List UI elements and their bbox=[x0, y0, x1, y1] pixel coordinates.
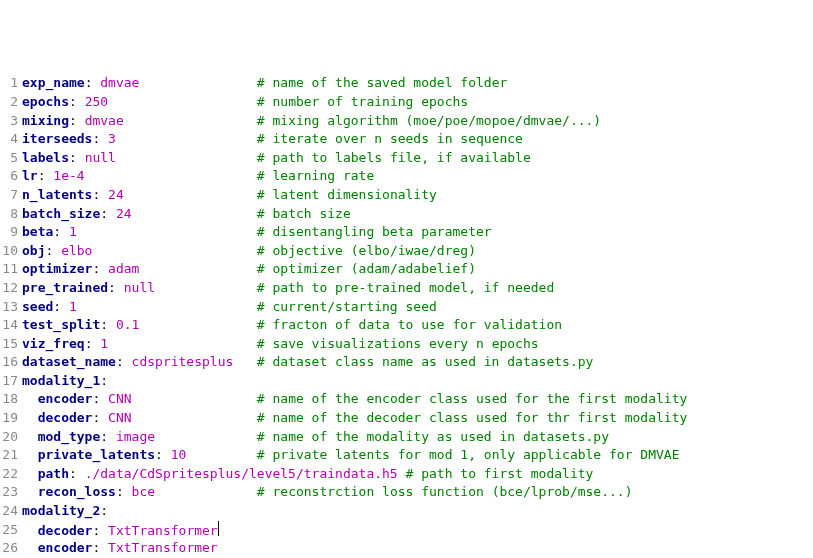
code-line[interactable]: 12pre_trained: null # path to pre-traine… bbox=[0, 279, 813, 298]
yaml-value: TxtTransformer bbox=[108, 523, 218, 538]
yaml-key: batch_size bbox=[22, 206, 100, 221]
yaml-value: 24 bbox=[108, 187, 124, 202]
line-number: 11 bbox=[0, 260, 22, 279]
code-line[interactable]: 15viz_freq: 1 # save visualizations ever… bbox=[0, 335, 813, 354]
line-content[interactable]: pre_trained: null # path to pre-trained … bbox=[22, 279, 813, 298]
yaml-comment: # optimizer (adam/adabelief) bbox=[257, 261, 476, 276]
yaml-value: 3 bbox=[108, 131, 116, 146]
line-content[interactable]: n_latents: 24 # latent dimensionality bbox=[22, 186, 813, 205]
code-line[interactable]: 25 decoder: TxtTransformer bbox=[0, 521, 813, 540]
code-line[interactable]: 22 path: ./data/CdSpritesplus/level5/tra… bbox=[0, 465, 813, 484]
line-number: 16 bbox=[0, 353, 22, 372]
yaml-comment: # batch size bbox=[257, 206, 351, 221]
code-line[interactable]: 20 mod_type: image # name of the modalit… bbox=[0, 428, 813, 447]
line-content[interactable]: dataset_name: cdspritesplus # dataset cl… bbox=[22, 353, 813, 372]
line-number: 17 bbox=[0, 372, 22, 391]
code-line[interactable]: 23 recon_loss: bce # reconstrction loss … bbox=[0, 483, 813, 502]
yaml-comment: # path to labels file, if available bbox=[257, 150, 531, 165]
line-content[interactable]: epochs: 250 # number of training epochs bbox=[22, 93, 813, 112]
yaml-comment: # mixing algorithm (moe/poe/mopoe/dmvae/… bbox=[257, 113, 601, 128]
yaml-value: elbo bbox=[61, 243, 92, 258]
code-line[interactable]: 13seed: 1 # current/starting seed bbox=[0, 298, 813, 317]
line-content[interactable]: beta: 1 # disentangling beta parameter bbox=[22, 223, 813, 242]
line-content[interactable]: modality_1: bbox=[22, 372, 813, 391]
line-content[interactable]: lr: 1e-4 # learning rate bbox=[22, 167, 813, 186]
yaml-value: 0.1 bbox=[116, 317, 139, 332]
code-line[interactable]: 3mixing: dmvae # mixing algorithm (moe/p… bbox=[0, 112, 813, 131]
code-line[interactable]: 9beta: 1 # disentangling beta parameter bbox=[0, 223, 813, 242]
line-content[interactable]: mixing: dmvae # mixing algorithm (moe/po… bbox=[22, 112, 813, 131]
line-content[interactable]: batch_size: 24 # batch size bbox=[22, 205, 813, 224]
code-line[interactable]: 6lr: 1e-4 # learning rate bbox=[0, 167, 813, 186]
code-line[interactable]: 21 private_latents: 10 # private latents… bbox=[0, 446, 813, 465]
yaml-key: mixing bbox=[22, 113, 69, 128]
code-line[interactable]: 26 encoder: TxtTransformer bbox=[0, 539, 813, 558]
yaml-comment: # disentangling beta parameter bbox=[257, 224, 492, 239]
line-number: 12 bbox=[0, 279, 22, 298]
line-content[interactable]: seed: 1 # current/starting seed bbox=[22, 298, 813, 317]
line-content[interactable]: test_split: 0.1 # fracton of data to use… bbox=[22, 316, 813, 335]
yaml-key: n_latents bbox=[22, 187, 92, 202]
line-content[interactable]: private_latents: 10 # private latents fo… bbox=[22, 446, 813, 465]
code-line[interactable]: 16dataset_name: cdspritesplus # dataset … bbox=[0, 353, 813, 372]
yaml-key: exp_name bbox=[22, 75, 85, 90]
line-number: 9 bbox=[0, 223, 22, 242]
yaml-value: TxtTransformer bbox=[108, 540, 218, 555]
code-line[interactable]: 18 encoder: CNN # name of the encoder cl… bbox=[0, 390, 813, 409]
yaml-value: 1 bbox=[69, 224, 77, 239]
code-editor[interactable]: 1exp_name: dmvae # name of the saved mod… bbox=[0, 74, 813, 558]
code-line[interactable]: 17modality_1: bbox=[0, 372, 813, 391]
line-number: 3 bbox=[0, 112, 22, 131]
line-content[interactable]: decoder: TxtTransformer bbox=[22, 521, 813, 540]
line-content[interactable]: iterseeds: 3 # iterate over n seeds in s… bbox=[22, 130, 813, 149]
yaml-comment: # name of the modality as used in datase… bbox=[257, 429, 609, 444]
line-content[interactable]: optimizer: adam # optimizer (adam/adabel… bbox=[22, 260, 813, 279]
yaml-key: iterseeds bbox=[22, 131, 92, 146]
line-content[interactable]: mod_type: image # name of the modality a… bbox=[22, 428, 813, 447]
code-line[interactable]: 24modality_2: bbox=[0, 502, 813, 521]
code-line[interactable]: 8batch_size: 24 # batch size bbox=[0, 205, 813, 224]
yaml-value: 10 bbox=[171, 447, 187, 462]
yaml-value: dmvae bbox=[100, 75, 139, 90]
line-content[interactable]: decoder: CNN # name of the decoder class… bbox=[22, 409, 813, 428]
code-line[interactable]: 5labels: null # path to labels file, if … bbox=[0, 149, 813, 168]
yaml-key: test_split bbox=[22, 317, 100, 332]
yaml-comment: # fracton of data to use for validation bbox=[257, 317, 562, 332]
yaml-key: labels bbox=[22, 150, 69, 165]
yaml-comment: # save visualizations every n epochs bbox=[257, 336, 539, 351]
yaml-comment: # path to pre-trained model, if needed bbox=[257, 280, 554, 295]
line-content[interactable]: labels: null # path to labels file, if a… bbox=[22, 149, 813, 168]
yaml-key: recon_loss bbox=[38, 484, 116, 499]
yaml-value: cdspritesplus bbox=[132, 354, 234, 369]
code-line[interactable]: 7n_latents: 24 # latent dimensionality bbox=[0, 186, 813, 205]
line-content[interactable]: encoder: TxtTransformer bbox=[22, 539, 813, 558]
code-line[interactable]: 4iterseeds: 3 # iterate over n seeds in … bbox=[0, 130, 813, 149]
code-line[interactable]: 1exp_name: dmvae # name of the saved mod… bbox=[0, 74, 813, 93]
yaml-value: ./data/CdSpritesplus/level5/traindata.h5 bbox=[85, 466, 398, 481]
line-content[interactable]: path: ./data/CdSpritesplus/level5/traind… bbox=[22, 465, 813, 484]
yaml-comment: # iterate over n seeds in sequence bbox=[257, 131, 523, 146]
line-number: 15 bbox=[0, 335, 22, 354]
yaml-comment: # dataset class name as used in datasets… bbox=[257, 354, 594, 369]
code-line[interactable]: 10obj: elbo # objective (elbo/iwae/dreg) bbox=[0, 242, 813, 261]
yaml-key: epochs bbox=[22, 94, 69, 109]
yaml-comment: # number of training epochs bbox=[257, 94, 468, 109]
code-line[interactable]: 19 decoder: CNN # name of the decoder cl… bbox=[0, 409, 813, 428]
code-line[interactable]: 2epochs: 250 # number of training epochs bbox=[0, 93, 813, 112]
line-number: 5 bbox=[0, 149, 22, 168]
yaml-value: null bbox=[85, 150, 116, 165]
line-content[interactable]: viz_freq: 1 # save visualizations every … bbox=[22, 335, 813, 354]
line-number: 7 bbox=[0, 186, 22, 205]
code-line[interactable]: 11optimizer: adam # optimizer (adam/adab… bbox=[0, 260, 813, 279]
line-number: 14 bbox=[0, 316, 22, 335]
line-content[interactable]: modality_2: bbox=[22, 502, 813, 521]
yaml-key: encoder bbox=[38, 391, 93, 406]
line-content[interactable]: exp_name: dmvae # name of the saved mode… bbox=[22, 74, 813, 93]
yaml-comment: # name of the saved model folder bbox=[257, 75, 507, 90]
line-content[interactable]: obj: elbo # objective (elbo/iwae/dreg) bbox=[22, 242, 813, 261]
yaml-key: encoder bbox=[38, 540, 93, 555]
yaml-value: 1e-4 bbox=[53, 168, 84, 183]
code-line[interactable]: 14test_split: 0.1 # fracton of data to u… bbox=[0, 316, 813, 335]
line-content[interactable]: recon_loss: bce # reconstrction loss fun… bbox=[22, 483, 813, 502]
line-content[interactable]: encoder: CNN # name of the encoder class… bbox=[22, 390, 813, 409]
